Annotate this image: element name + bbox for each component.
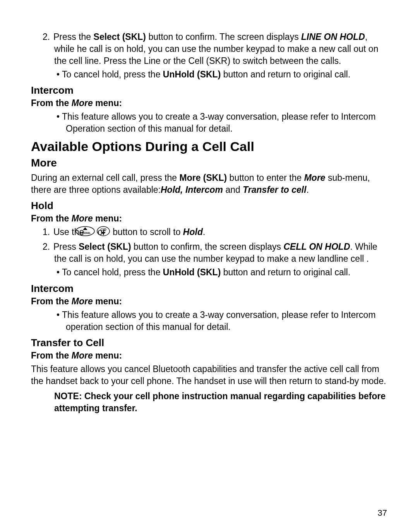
redial-button-icon: REDIAL [87,226,95,239]
from-more-menu: From the More menu: [31,213,387,225]
bullet-item: This feature allows you to create a 3-wa… [31,309,387,333]
note-block: NOTE: Check your cell phone instruction … [31,390,387,414]
bold-italic-run: LINE ON HOLD [301,32,365,42]
svg-marker-5 [101,232,106,235]
bold-italic-run: Hold, Intercom [161,185,223,195]
ordered-step: 2.Press Select (SKL) button to confirm, … [31,241,387,265]
paragraph: This feature allows you cancel Bluetooth… [31,363,387,387]
section-heading: Available Options During a Cell Call [31,138,387,156]
bold-italic-run: Transfer to cell [243,185,306,195]
bold-run: UnHold (SKL) [163,267,221,277]
ordered-step: 1.Use the REDIAL or CID button to scroll… [31,226,387,239]
text-run: button and return to original call. [221,69,350,79]
text-run: menu: [93,296,122,306]
italic-run: More [72,213,93,223]
from-more-menu: From the More menu: [31,97,387,109]
text-run: menu: [93,98,122,108]
bold-italic-run: CELL ON HOLD [283,242,350,252]
bullet-item: This feature allows you to create a 3-wa… [31,111,387,135]
bold-run: Select (SKL) [79,242,131,252]
subheading-hold: Hold [31,199,387,213]
text-run: button to confirm. The screen displays [146,32,301,42]
italic-run: More [72,98,93,108]
subheading-intercom: Intercom [31,282,387,295]
page-number: 37 [378,507,387,519]
text-run: From the [31,350,72,360]
text-run: Press [53,242,79,252]
bold-run: More (SKL) [180,173,227,183]
bold-italic-run: More [304,173,325,183]
document-page: 2.Press the Select (SKL) button to confi… [0,0,418,532]
subheading-transfer: Transfer to Cell [31,336,387,350]
bold-run: UnHold (SKL) [163,69,221,79]
svg-marker-1 [83,227,87,230]
svg-text:REDIAL: REDIAL [79,231,91,235]
text-run: menu: [93,350,122,360]
text-run: and [223,185,243,195]
text-run: menu: [93,213,122,223]
text-run: button to scroll to [110,227,183,237]
text-run: button and return to original call. [221,267,350,277]
text-run: button to enter the [227,173,304,183]
text-run: From the [31,296,72,306]
ordered-step: 2.Press the Select (SKL) button to confi… [31,31,387,67]
subheading-intercom: Intercom [31,84,387,97]
text-run: button to confirm, the screen displays [131,242,284,252]
sub-bullet: To cancel hold, press the UnHold (SKL) b… [31,266,387,278]
sub-bullet: To cancel hold, press the UnHold (SKL) b… [31,69,387,81]
bold-italic-run: Hold [183,227,203,237]
svg-text:CID: CID [100,228,106,232]
text-run: To cancel hold, press the [62,69,163,79]
text-run: . [203,227,205,237]
text-run: To cancel hold, press the [62,267,163,277]
from-more-menu: From the More menu: [31,295,387,307]
text-run: During an external cell call, press the [31,173,180,183]
paragraph: During an external cell call, press the … [31,172,387,196]
from-more-menu: From the More menu: [31,350,387,362]
text-run: Press the [53,32,94,42]
italic-run: More [72,350,93,360]
cid-button-icon: CID [108,226,110,239]
subheading-more: More [31,156,387,170]
step-number: 1. [43,226,53,238]
text-run: This feature allows you to create a 3-wa… [62,112,376,134]
text-run: This feature allows you to create a 3-wa… [62,310,376,332]
step-number: 2. [43,241,53,253]
step-number: 2. [43,31,53,43]
text-run: . [307,185,309,195]
text-run: From the [31,98,72,108]
italic-run: More [72,296,93,306]
text-run: From the [31,213,72,223]
bold-run: Select (SKL) [94,32,146,42]
